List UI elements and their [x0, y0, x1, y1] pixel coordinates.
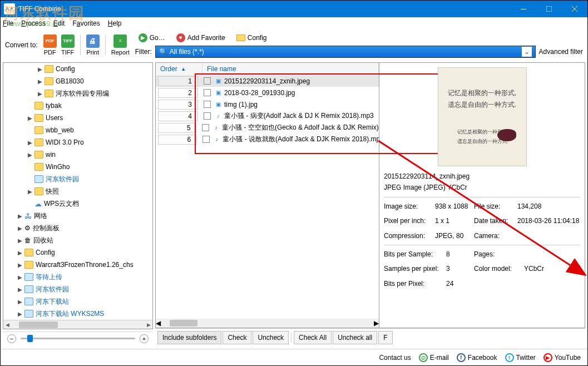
- uncheck-all-button[interactable]: Uncheck all: [333, 331, 377, 344]
- file-row[interactable]: 5♪童小骚 - 空空如也(Gecko & Adolf Jack & DJK Re…: [156, 122, 379, 133]
- tree-item[interactable]: ▶河东下载站 WYKS2MS: [3, 308, 152, 320]
- tree-item[interactable]: 河东软件园: [3, 173, 152, 185]
- tree-item[interactable]: tybak: [3, 100, 152, 112]
- tree-item[interactable]: ▶Users: [3, 112, 152, 124]
- menu-edit[interactable]: Edit: [53, 19, 65, 27]
- tree-item[interactable]: ▶🗑回收站: [3, 234, 152, 246]
- zoom-in-button[interactable]: +: [140, 334, 149, 343]
- tree-item[interactable]: ▶GB18030: [3, 75, 152, 87]
- label-spp: Samples per pixel:: [384, 263, 446, 274]
- preview-type: JPEG Image (JPEG) YCbCr: [384, 182, 580, 193]
- label-camera: Camera:: [474, 230, 517, 241]
- convert-pdf-button[interactable]: PDFPDF: [43, 34, 57, 56]
- facebook-link[interactable]: fFacebook: [457, 353, 497, 362]
- convert-tiff-button[interactable]: TIFFTIFF: [61, 34, 75, 56]
- file-checkbox[interactable]: [204, 101, 211, 108]
- f-button[interactable]: F: [378, 331, 392, 344]
- expand-arrow-icon[interactable]: ▶: [18, 311, 24, 317]
- expand-arrow-icon[interactable]: ▶: [38, 66, 45, 72]
- expand-arrow-icon[interactable]: ▶: [28, 140, 34, 146]
- value-file-size: 134,208: [517, 201, 580, 212]
- expand-arrow-icon[interactable]: ▶: [38, 78, 45, 85]
- tree-item[interactable]: ▶Config: [3, 63, 152, 75]
- expand-arrow-icon[interactable]: ▶: [18, 213, 24, 219]
- minimize-button[interactable]: [511, 1, 536, 17]
- file-name: 童小骚 - 空空如也(Gecko & Adolf Jack & DJK Remi…: [222, 123, 379, 132]
- maximize-button[interactable]: [536, 1, 562, 17]
- file-row[interactable]: 1▣20151229203114_zxnih.jpeg: [156, 75, 379, 87]
- file-checkbox[interactable]: [204, 77, 211, 85]
- tree-item[interactable]: wbb_web: [3, 124, 152, 136]
- expand-arrow-icon[interactable]: ▶: [18, 274, 24, 280]
- zoom-track[interactable]: [21, 338, 135, 339]
- tree-item[interactable]: ▶河东软件园专用编: [3, 87, 152, 100]
- label-file-size: File size:: [474, 201, 517, 212]
- expand-arrow-icon[interactable]: ▶: [18, 250, 24, 256]
- folder-icon: [24, 285, 33, 293]
- menu-process[interactable]: Process: [21, 19, 45, 27]
- tree-item[interactable]: ▶🖧网络: [3, 210, 152, 222]
- tree-item[interactable]: WinGho: [3, 161, 152, 173]
- window-title: TIFF Combine: [18, 5, 61, 13]
- menu-file[interactable]: File: [3, 19, 13, 27]
- label-bpp: Bits per Pixel:: [384, 278, 446, 289]
- expand-arrow-icon[interactable]: ▶: [18, 238, 24, 244]
- column-order[interactable]: Order ▲: [156, 63, 202, 75]
- youtube-link[interactable]: ▶YouTube: [543, 353, 581, 362]
- tree-item[interactable]: ▶快照: [3, 185, 152, 197]
- menu-help[interactable]: Help: [108, 19, 122, 27]
- report-button[interactable]: ≡Report: [111, 34, 130, 56]
- tree-item[interactable]: ▶Config: [3, 246, 152, 259]
- expand-arrow-icon[interactable]: ▶: [38, 91, 45, 97]
- file-checkbox[interactable]: [202, 124, 209, 131]
- expand-arrow-icon[interactable]: ▶: [18, 286, 24, 293]
- file-checkbox[interactable]: [202, 136, 210, 143]
- add-favorite-button[interactable]: ♥Add Favorite: [173, 32, 229, 43]
- file-row[interactable]: 2▣2018-03-28_091930.jpg: [156, 87, 379, 98]
- file-checkbox[interactable]: [204, 89, 211, 96]
- check-all-button[interactable]: Check All: [294, 331, 332, 344]
- list-scrollbar[interactable]: ◀▶: [156, 319, 379, 328]
- email-link[interactable]: @E-mail: [419, 353, 449, 362]
- tree-item[interactable]: ☁WPS云文档: [3, 197, 152, 210]
- tree-item[interactable]: ▶等待上传: [3, 271, 152, 283]
- print-button[interactable]: 🖨Print: [86, 34, 100, 56]
- tree-item[interactable]: ▶Warcraft3FrozenThrone1.26_chs: [3, 259, 152, 271]
- tree-item[interactable]: ▶WIDI 3.0 Pro: [3, 136, 152, 149]
- menubar: File Process Edit Favorites Help: [1, 17, 587, 29]
- tree-item[interactable]: ▶⚙控制面板: [3, 222, 152, 234]
- filter-dropdown[interactable]: 🔍 All files (*.*) ⌄: [155, 46, 536, 58]
- audio-icon: ♪: [213, 136, 221, 144]
- expand-arrow-icon[interactable]: ▶: [18, 299, 24, 305]
- horizontal-scrollbar[interactable]: ◀▶: [3, 320, 152, 329]
- column-filename[interactable]: File name: [202, 63, 379, 75]
- expand-arrow-icon[interactable]: ▶: [28, 115, 34, 121]
- menu-favorites[interactable]: Favorites: [72, 19, 100, 27]
- expand-arrow-icon[interactable]: ▶: [18, 262, 24, 268]
- label-colormodel: Color model:: [474, 263, 524, 274]
- file-checkbox[interactable]: [204, 112, 211, 120]
- close-button[interactable]: [562, 1, 587, 17]
- config-button[interactable]: Config: [233, 33, 270, 43]
- expand-arrow-icon[interactable]: ▶: [28, 189, 34, 195]
- uncheck-button[interactable]: Uncheck: [253, 331, 289, 344]
- advanced-filter-link[interactable]: Advanced filter: [539, 48, 583, 56]
- tree-item[interactable]: ▶win: [3, 149, 152, 161]
- tree-item[interactable]: ▶河东软件园: [3, 283, 152, 295]
- expand-arrow-icon[interactable]: ▶: [18, 225, 24, 231]
- file-row[interactable]: 4♪童小骚 - 病变(Adolf Jack & DJ K Remix 2018)…: [156, 110, 379, 122]
- twitter-link[interactable]: tTwitter: [505, 353, 536, 362]
- expand-arrow-icon[interactable]: ▶: [28, 152, 34, 158]
- folder-icon: [45, 90, 53, 97]
- folder-icon: [45, 65, 53, 73]
- include-subfolders-button[interactable]: Include subfolders: [157, 331, 221, 344]
- tree-item[interactable]: ▶河东下载站: [3, 295, 152, 308]
- folder-tree[interactable]: ▶Config▶GB18030▶河东软件园专用编tybak▶Userswbb_w…: [3, 62, 153, 329]
- zoom-out-button[interactable]: −: [7, 334, 16, 343]
- contact-us-link[interactable]: Contact us: [379, 354, 411, 362]
- search-icon: 🔍: [159, 48, 167, 56]
- file-row[interactable]: 3▣timg (1).jpg: [156, 98, 379, 110]
- file-row[interactable]: 6♪童小骚 - 说散就散(Adolf Jack & DJK Remix 2018…: [156, 133, 379, 145]
- go-button[interactable]: ▶Go…: [135, 32, 169, 43]
- check-button[interactable]: Check: [223, 331, 251, 344]
